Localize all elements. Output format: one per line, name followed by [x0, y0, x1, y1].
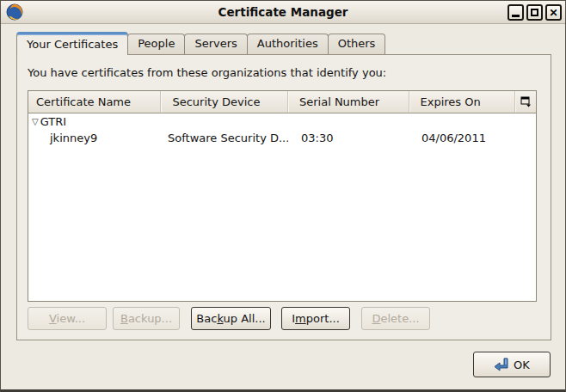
close-button[interactable]: ✕ — [545, 4, 562, 21]
maximize-button[interactable] — [526, 4, 543, 21]
view-button[interactable]: View... — [28, 307, 107, 330]
tab-people[interactable]: People — [127, 34, 185, 54]
ok-label: OK — [514, 358, 530, 371]
import-button[interactable]: Import... — [281, 307, 350, 330]
tab-servers[interactable]: Servers — [184, 34, 247, 54]
expander-open-icon[interactable]: ▽ — [32, 117, 39, 126]
backup-all-button[interactable]: Backup All... — [191, 307, 271, 330]
window-controls: ✕ — [508, 4, 562, 21]
serial-number-cell: 03:30 — [288, 132, 409, 144]
enter-arrow-icon — [494, 358, 509, 371]
titlebar[interactable]: Certificate Manager ✕ — [1, 1, 565, 24]
window-title: Certificate Manager — [1, 5, 565, 19]
group-name: GTRI — [40, 115, 66, 128]
column-header-expires-on[interactable]: Expires On — [409, 91, 515, 113]
table-row-group-gtri[interactable]: ▽ GTRI — [28, 113, 536, 130]
table-header: Certificate Name Security Device Serial … — [28, 91, 536, 113]
tab-authorities[interactable]: Authorities — [247, 34, 329, 54]
your-certificates-panel: You have certificates from these organiz… — [16, 54, 551, 340]
expires-on-cell: 04/06/2011 — [409, 132, 516, 144]
delete-button[interactable]: Delete... — [361, 307, 430, 330]
table-row-certificate[interactable]: jkinney9 Software Security D... 03:30 04… — [28, 130, 536, 146]
firefox-icon — [6, 3, 23, 21]
security-device-cell: Software Security D... — [161, 132, 288, 144]
minimize-button[interactable] — [508, 4, 524, 21]
table-body: ▽ GTRI jkinney9 Software Security D... 0… — [28, 113, 536, 146]
ok-button[interactable]: OK — [473, 352, 551, 377]
column-header-serial-number[interactable]: Serial Number — [287, 91, 409, 113]
column-header-security-device[interactable]: Security Device — [160, 91, 287, 113]
backup-button[interactable]: Backup... — [113, 307, 180, 330]
certificate-manager-window: Certificate Manager ✕ Your Certificates … — [0, 0, 566, 392]
action-button-row: View... Backup... Backup All... Import..… — [28, 307, 430, 330]
column-picker-button[interactable] — [514, 91, 536, 113]
certificate-table: Certificate Name Security Device Serial … — [28, 90, 537, 302]
close-icon: ✕ — [549, 8, 557, 18]
maximize-icon — [531, 9, 538, 16]
column-picker-icon — [520, 96, 532, 107]
panel-description: You have certificates from these organiz… — [28, 66, 386, 79]
tab-others[interactable]: Others — [328, 34, 386, 54]
column-header-certificate-name[interactable]: Certificate Name — [28, 91, 160, 113]
minimize-icon — [512, 15, 520, 17]
cert-name-cell: jkinney9 — [28, 132, 161, 144]
tab-your-certificates[interactable]: Your Certificates — [16, 32, 128, 55]
tab-bar: Your Certificates People Servers Authori… — [16, 32, 385, 54]
